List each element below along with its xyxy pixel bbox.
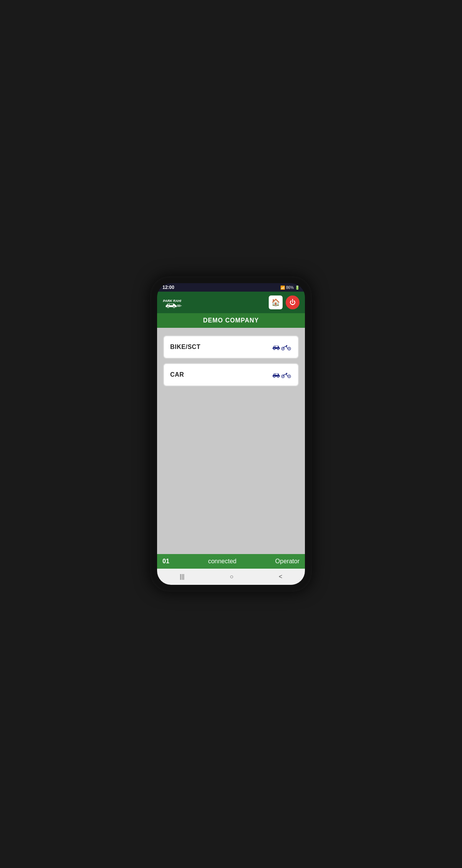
svg-text:PARK RAHI: PARK RAHI [163, 299, 181, 303]
company-name: DEMO COMPANY [203, 317, 259, 324]
svg-point-11 [278, 348, 279, 349]
status-number: 01 [162, 558, 169, 565]
bike-sct-icon [273, 342, 292, 352]
back-nav-icon: < [279, 573, 282, 580]
bottom-status-bar: 01 connected Operator [157, 554, 305, 569]
bike-sct-button[interactable]: BIKE/SCT [163, 336, 299, 359]
svg-point-23 [289, 376, 290, 377]
phone-device: 12:00 📶 86% 🔋 PARK RAHI [150, 276, 312, 592]
svg-point-4 [174, 307, 175, 308]
app-header: PARK RAHI [157, 292, 305, 313]
power-icon: ⏻ [290, 299, 296, 306]
svg-point-2 [167, 307, 169, 308]
back-nav-button[interactable]: < [271, 572, 290, 582]
header-icons: 🏠 ⏻ [269, 295, 300, 309]
recent-apps-icon: ||| [180, 573, 184, 580]
connection-status: connected [208, 558, 236, 565]
car-label: CAR [170, 371, 184, 378]
car-icon-group [273, 369, 292, 380]
user-role: Operator [275, 558, 300, 565]
car-icon [273, 369, 292, 380]
signal-icon: 📶 [280, 285, 285, 290]
home-button[interactable]: 🏠 [269, 295, 283, 309]
battery-text: 86% [286, 285, 294, 290]
logo-area: PARK RAHI [162, 297, 193, 308]
bike-sct-label: BIKE/SCT [170, 344, 201, 351]
power-button[interactable]: ⏻ [286, 295, 300, 309]
home-nav-icon: ○ [230, 573, 234, 580]
svg-point-17 [274, 376, 275, 377]
status-time: 12:00 [162, 285, 174, 290]
main-content: BIKE/SCT [157, 328, 305, 554]
company-banner: DEMO COMPANY [157, 313, 305, 328]
svg-point-9 [274, 348, 275, 349]
recent-apps-button[interactable]: ||| [172, 572, 192, 582]
status-right-icons: 📶 86% 🔋 [280, 285, 300, 290]
svg-point-14 [283, 348, 284, 349]
bike-sct-icon-group [273, 342, 292, 352]
park-rahi-logo: PARK RAHI [162, 297, 193, 308]
battery-icon: 🔋 [295, 285, 300, 290]
app-container: PARK RAHI [157, 292, 305, 585]
status-bar: 12:00 📶 86% 🔋 [157, 283, 305, 292]
car-button[interactable]: CAR [163, 363, 299, 386]
phone-screen: 12:00 📶 86% 🔋 PARK RAHI [157, 283, 305, 585]
android-nav-bar: ||| ○ < [157, 569, 305, 585]
svg-point-19 [278, 376, 279, 377]
home-icon: 🏠 [271, 298, 280, 307]
svg-point-22 [283, 376, 284, 377]
home-nav-button[interactable]: ○ [222, 572, 241, 582]
svg-point-15 [289, 348, 290, 349]
